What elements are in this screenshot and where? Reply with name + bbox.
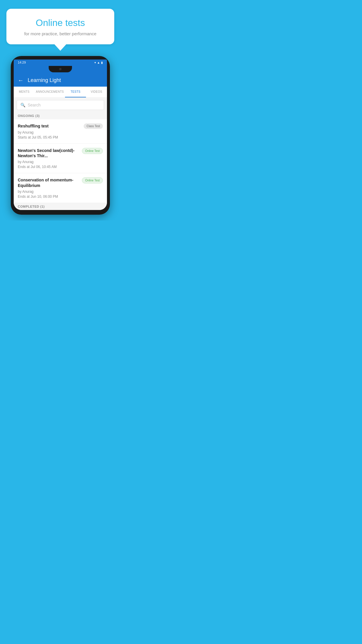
- test-date-3: Ends at Jun 10, 06:00 PM: [18, 195, 103, 199]
- search-icon: 🔍: [20, 103, 25, 107]
- tab-announcements[interactable]: ANNOUNCEMENTS: [35, 87, 65, 97]
- test-date-2: Ends at Jul 06, 10:45 AM: [18, 165, 103, 169]
- test-author-2: by Anurag: [18, 160, 103, 164]
- test-author-1: by Anurag: [18, 130, 103, 134]
- test-item-newtons[interactable]: Newton's Second law(contd)-Newton's Thir…: [14, 144, 107, 173]
- tab-ments[interactable]: MENTS: [14, 87, 35, 97]
- tab-videos[interactable]: VIDEOS: [86, 87, 107, 97]
- search-input[interactable]: Search: [28, 103, 41, 107]
- signal-icon: ▲: [97, 61, 100, 64]
- test-date-1: Starts at Jul 05, 05:45 PM: [18, 135, 103, 139]
- test-title-1: Reshuffling test: [18, 123, 81, 129]
- section-ongoing-header: ONGOING (3): [14, 112, 107, 119]
- test-author-3: by Anurag: [18, 190, 103, 194]
- test-badge-1: Class Test: [84, 123, 103, 129]
- wifi-icon: ▾: [94, 61, 96, 64]
- phone-screen: MENTS ANNOUNCEMENTS TESTS VIDEOS 🔍 Searc…: [14, 87, 107, 210]
- test-badge-2: Online Test: [82, 148, 103, 154]
- test-title-2: Newton's Second law(contd)-Newton's Thir…: [18, 148, 80, 158]
- status-time: 14:29: [18, 61, 26, 64]
- bubble-subtitle: for more practice, better performance: [15, 31, 106, 36]
- app-bar: ← Learning Light: [14, 74, 107, 87]
- search-bar[interactable]: 🔍 Search: [17, 100, 104, 110]
- test-item-reshuffling[interactable]: Reshuffling test Class Test by Anurag St…: [14, 119, 107, 144]
- test-item-header-2: Newton's Second law(contd)-Newton's Thir…: [18, 148, 103, 158]
- test-item-header-3: Conservation of momentum-Equilibrium Onl…: [18, 177, 103, 188]
- section-completed-header: COMPLETED (1): [14, 203, 107, 210]
- test-item-conservation[interactable]: Conservation of momentum-Equilibrium Onl…: [14, 173, 107, 203]
- test-item-header-1: Reshuffling test Class Test: [18, 123, 103, 129]
- status-bar: 14:29 ▾ ▲ ▮: [14, 60, 107, 65]
- camera-dot: [59, 68, 61, 70]
- tab-tests[interactable]: TESTS: [65, 87, 86, 97]
- notch: [49, 66, 72, 72]
- phone-mockup: 14:29 ▾ ▲ ▮ ← Learning Light MENTS ANNOU…: [11, 56, 110, 215]
- test-title-3: Conservation of momentum-Equilibrium: [18, 177, 80, 188]
- tabs-bar: MENTS ANNOUNCEMENTS TESTS VIDEOS: [14, 87, 107, 98]
- notch-area: [14, 65, 107, 74]
- app-title: Learning Light: [28, 77, 61, 83]
- status-icons: ▾ ▲ ▮: [94, 61, 103, 64]
- battery-icon: ▮: [101, 61, 103, 64]
- test-badge-3: Online Test: [82, 177, 103, 183]
- back-button[interactable]: ←: [18, 77, 24, 84]
- bubble-title: Online tests: [15, 18, 106, 28]
- search-container: 🔍 Search: [14, 98, 107, 112]
- speech-bubble: Online tests for more practice, better p…: [6, 9, 114, 44]
